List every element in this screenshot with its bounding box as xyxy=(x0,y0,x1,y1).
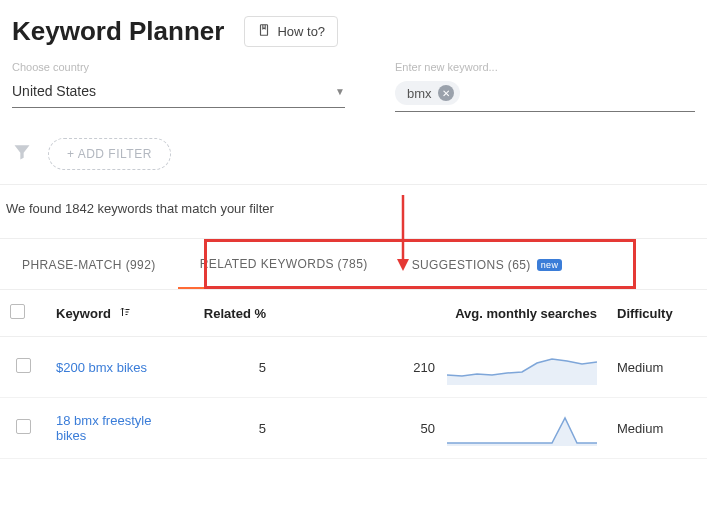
row-checkbox[interactable] xyxy=(16,419,31,434)
sparkline-chart xyxy=(447,410,597,446)
result-count-text: We found 1842 keywords that match your f… xyxy=(0,185,707,239)
searches-value: 210 xyxy=(413,360,435,375)
related-value: 5 xyxy=(166,337,276,398)
remove-chip-icon[interactable]: ✕ xyxy=(438,85,454,101)
difficulty-value: Medium xyxy=(607,398,707,459)
tab-suggestions[interactable]: SUGGESTIONS (65) new xyxy=(390,239,585,289)
add-filter-button[interactable]: + ADD FILTER xyxy=(48,138,171,170)
svg-rect-0 xyxy=(261,25,268,36)
howto-button[interactable]: How to? xyxy=(244,16,338,47)
column-label: Related % xyxy=(204,306,266,321)
howto-label: How to? xyxy=(277,24,325,39)
keyword-input-label: Enter new keyword... xyxy=(395,61,695,73)
difficulty-value: Medium xyxy=(607,337,707,398)
funnel-icon xyxy=(12,142,32,166)
tab-label: RELATED KEYWORDS (785) xyxy=(200,257,368,271)
page-title: Keyword Planner xyxy=(12,16,224,47)
new-badge: new xyxy=(537,259,563,271)
select-all-checkbox[interactable] xyxy=(10,304,25,319)
column-searches[interactable]: Avg. monthly searches xyxy=(276,290,607,337)
tab-related-keywords[interactable]: RELATED KEYWORDS (785) xyxy=(178,239,390,289)
chevron-down-icon: ▼ xyxy=(335,86,345,97)
keyword-input[interactable]: bmx ✕ xyxy=(395,79,695,112)
keyword-chip: bmx ✕ xyxy=(395,81,460,105)
country-value: United States xyxy=(12,83,96,99)
table-row: 18 bmx freestyle bikes550Medium xyxy=(0,398,707,459)
keyword-link[interactable]: 18 bmx freestyle bikes xyxy=(56,413,151,443)
row-checkbox[interactable] xyxy=(16,358,31,373)
svg-marker-4 xyxy=(447,418,597,446)
tab-phrase-match[interactable]: PHRASE-MATCH (992) xyxy=(0,239,178,289)
country-select[interactable]: United States ▼ xyxy=(12,79,345,108)
keyword-chip-text: bmx xyxy=(407,86,432,101)
related-value: 5 xyxy=(166,398,276,459)
sort-icon xyxy=(119,306,131,318)
column-difficulty[interactable]: Difficulty xyxy=(607,290,707,337)
searches-value: 50 xyxy=(421,421,435,436)
column-label: Keyword xyxy=(56,306,111,321)
column-label: Avg. monthly searches xyxy=(455,306,597,321)
column-keyword[interactable]: Keyword xyxy=(46,290,166,337)
keyword-link[interactable]: $200 bmx bikes xyxy=(56,360,147,375)
tab-label: SUGGESTIONS (65) xyxy=(412,258,531,272)
country-label: Choose country xyxy=(12,61,345,73)
sparkline-chart xyxy=(447,349,597,385)
column-label: Difficulty xyxy=(617,306,673,321)
tab-label: PHRASE-MATCH (992) xyxy=(22,258,156,272)
column-related[interactable]: Related % xyxy=(166,290,276,337)
bookmark-icon xyxy=(257,23,271,40)
table-row: $200 bmx bikes5210Medium xyxy=(0,337,707,398)
